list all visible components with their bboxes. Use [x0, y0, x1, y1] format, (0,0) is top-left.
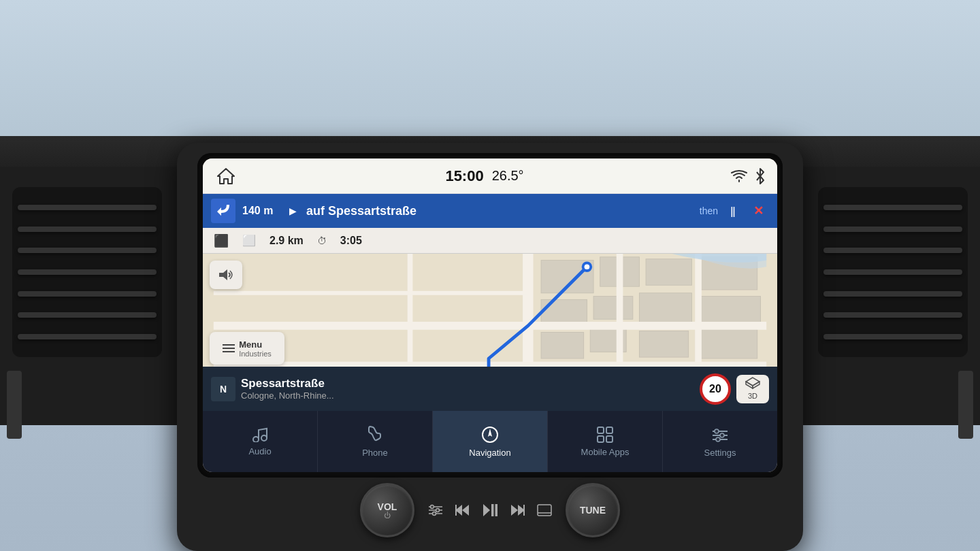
- svg-marker-29: [746, 382, 753, 388]
- audio-tab-label: Audio: [248, 446, 271, 456]
- audio-icon: [251, 427, 269, 442]
- header-time-temp: 15:00 26.5°: [445, 167, 523, 185]
- nav-eta: 3:05: [340, 235, 362, 247]
- screen-header: 15:00 26.5°: [203, 158, 777, 194]
- mobile-apps-tab-label: Mobile Apps: [581, 447, 630, 457]
- menu-label-group: Menu Industries: [239, 339, 272, 358]
- svg-point-32: [261, 435, 267, 441]
- nav-then-label: then: [700, 205, 718, 216]
- current-street-info: Spessartstraße Cologne, North-Rhine...: [241, 377, 694, 401]
- vent-slat: [18, 269, 157, 275]
- media-controls: [428, 503, 552, 517]
- svg-point-44: [716, 437, 720, 441]
- vent-slat: [823, 291, 962, 297]
- svg-point-20: [585, 264, 590, 269]
- svg-rect-38: [606, 436, 612, 442]
- svg-marker-54: [483, 504, 490, 516]
- screen-bezel: 15:00 26.5°: [197, 153, 783, 478]
- clock-display: 15:00: [445, 167, 483, 185]
- vent-slat: [18, 291, 157, 297]
- nav-destination-distance: 2.9 km: [270, 235, 304, 247]
- nav-arrow: ▶: [289, 205, 297, 216]
- nav-street-name: auf Spessartstraße: [306, 204, 693, 218]
- tab-mobile-apps[interactable]: Mobile Apps: [548, 411, 663, 472]
- svg-point-31: [253, 437, 259, 442]
- vent-slat: [823, 205, 962, 210]
- menu-button[interactable]: Menu Industries: [210, 332, 284, 365]
- screen-toggle-button[interactable]: [537, 504, 552, 516]
- finish-flag-icon: ⬛: [214, 233, 229, 248]
- svg-point-43: [720, 433, 724, 437]
- svg-rect-35: [598, 427, 604, 433]
- navigation-icon: [481, 426, 499, 444]
- svg-rect-4: [646, 259, 691, 286]
- map-background: Menu Industries N Spessartstraße Cologne…: [203, 254, 777, 411]
- tab-phone[interactable]: Phone: [318, 411, 433, 472]
- settings-icon: [711, 426, 729, 444]
- vol-label: VOL: [378, 502, 397, 512]
- vent-slat: [18, 312, 157, 318]
- tune-knob[interactable]: TUNE: [566, 483, 620, 537]
- menu-sublabel: Industries: [239, 350, 272, 358]
- svg-rect-7: [593, 297, 633, 320]
- vent-slat: [823, 269, 962, 275]
- nav-close-button[interactable]: ✕: [748, 201, 769, 221]
- vent-slat: [18, 205, 157, 210]
- phone-icon: [368, 426, 382, 444]
- svg-marker-28: [746, 378, 760, 386]
- next-track-button[interactable]: [510, 504, 525, 516]
- map-info-bar: N Spessartstraße Cologne, North-Rhine...…: [203, 367, 777, 411]
- center-console: 15:00 26.5°: [177, 143, 803, 551]
- svg-rect-36: [606, 427, 612, 433]
- menu-label: Menu: [239, 339, 272, 350]
- eq-button[interactable]: [428, 504, 443, 516]
- navigation-tab-label: Navigation: [469, 448, 510, 458]
- svg-marker-51: [462, 505, 469, 516]
- temperature-display: 26.5°: [492, 168, 524, 184]
- svg-rect-10: [541, 333, 584, 359]
- nav-distance: 140 m: [242, 205, 280, 217]
- phone-tab-label: Phone: [362, 448, 388, 458]
- tab-navigation[interactable]: Navigation: [433, 411, 548, 472]
- volume-button[interactable]: [210, 261, 242, 289]
- vent-control-left[interactable]: [7, 371, 22, 439]
- wifi-icon: [731, 169, 747, 183]
- vent-slat: [823, 334, 962, 339]
- tune-label: TUNE: [580, 505, 606, 515]
- svg-rect-55: [491, 504, 494, 516]
- svg-point-49: [436, 509, 440, 512]
- svg-marker-30: [753, 382, 760, 388]
- nav-secondary-bar: ⬛ ⬜ 2.9 km ⏱ 3:05: [203, 228, 777, 254]
- settings-tab-label: Settings: [704, 448, 736, 458]
- bluetooth-icon: [754, 168, 766, 184]
- bottom-controls: VOL ⏻: [187, 483, 793, 537]
- svg-rect-37: [598, 436, 604, 442]
- play-pause-button[interactable]: [483, 503, 497, 517]
- vent-control-right[interactable]: [958, 371, 973, 439]
- 3d-label-group: 3D: [745, 377, 760, 401]
- right-vent-slats: [818, 187, 968, 357]
- tab-audio[interactable]: Audio: [203, 411, 318, 472]
- volume-knob[interactable]: VOL ⏻: [360, 483, 414, 537]
- prev-track-button[interactable]: [455, 504, 470, 516]
- compass: N: [211, 377, 235, 401]
- vent-slat: [823, 312, 962, 318]
- nav-then-icon: ǁ: [730, 205, 736, 218]
- svg-rect-60: [538, 505, 551, 516]
- clock-icon: ⏱: [317, 235, 327, 246]
- vent-slat: [18, 248, 157, 253]
- current-city: Cologne, North-Rhine...: [241, 390, 694, 401]
- speed-limit-sign: 20: [700, 373, 731, 405]
- vent-slat: [823, 227, 962, 232]
- svg-rect-13: [698, 329, 757, 358]
- svg-rect-12: [639, 331, 688, 358]
- 3d-view-button[interactable]: 3D: [736, 375, 769, 403]
- svg-point-42: [715, 429, 719, 433]
- tab-settings[interactable]: Settings: [663, 411, 777, 472]
- home-button[interactable]: [214, 164, 238, 188]
- vol-power-icon: ⏻: [384, 512, 391, 519]
- map-area: Menu Industries N Spessartstraße Cologne…: [203, 254, 777, 411]
- svg-marker-57: [511, 505, 518, 516]
- turn-icon: [211, 199, 235, 223]
- main-screen: 15:00 26.5°: [203, 158, 777, 472]
